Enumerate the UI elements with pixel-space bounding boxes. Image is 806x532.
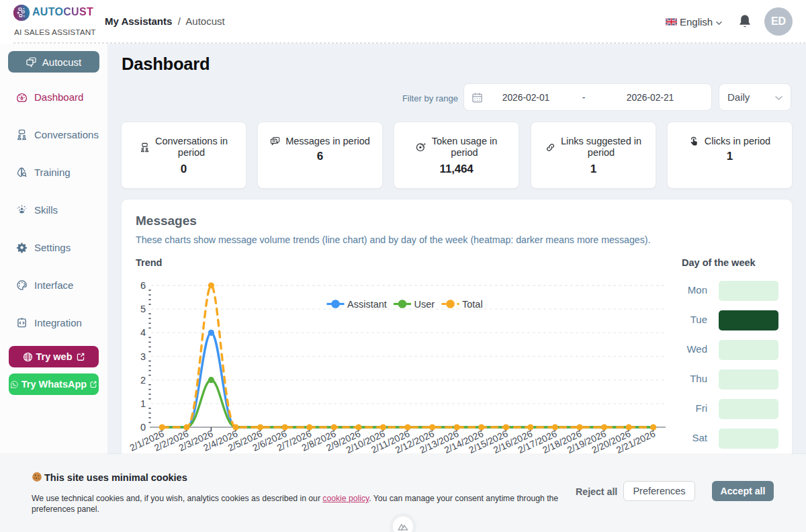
svg-text:5: 5 bbox=[140, 304, 146, 314]
svg-text:Total: Total bbox=[462, 299, 483, 310]
svg-text:4: 4 bbox=[140, 327, 146, 338]
svg-text:3: 3 bbox=[140, 351, 146, 362]
svg-text:0: 0 bbox=[140, 422, 146, 433]
svg-text:Assistant: Assistant bbox=[347, 299, 387, 310]
svg-text:User: User bbox=[414, 299, 435, 310]
svg-text:2: 2 bbox=[140, 375, 146, 386]
svg-text:6: 6 bbox=[140, 280, 146, 291]
svg-text:1: 1 bbox=[140, 398, 146, 409]
